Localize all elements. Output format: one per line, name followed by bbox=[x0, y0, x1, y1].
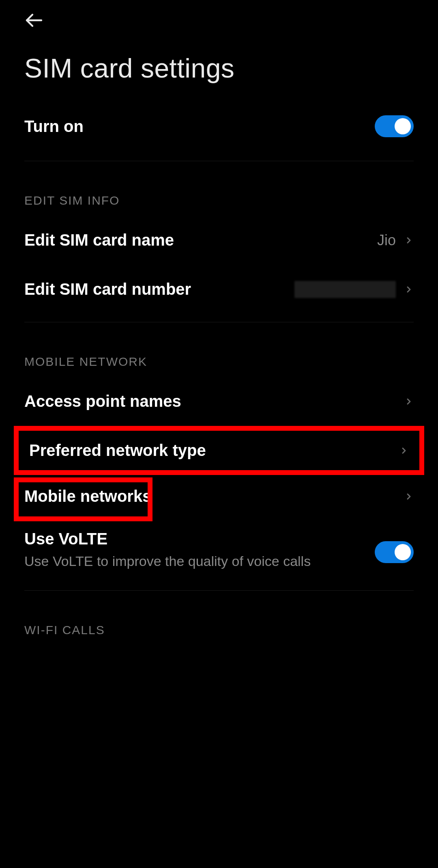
section-header-wifi-calls: WI-FI CALLS bbox=[0, 599, 438, 645]
apn-label: Access point names bbox=[24, 392, 404, 410]
section-header-mobile-network: MOBILE NETWORK bbox=[0, 330, 438, 377]
edit-sim-name-label: Edit SIM card name bbox=[24, 231, 377, 249]
chevron-right-icon bbox=[404, 285, 414, 294]
divider bbox=[24, 322, 414, 322]
toggle-knob bbox=[395, 118, 411, 134]
chevron-right-icon bbox=[404, 397, 414, 406]
edit-sim-number-label: Edit SIM card number bbox=[24, 280, 294, 298]
access-point-names-row[interactable]: Access point names bbox=[0, 377, 438, 426]
toggle-knob bbox=[395, 544, 411, 560]
edit-sim-number-value-redacted bbox=[294, 281, 396, 298]
divider bbox=[24, 161, 414, 161]
use-volte-sub: Use VoLTE to improve the quality of voic… bbox=[24, 552, 359, 570]
turn-on-toggle[interactable] bbox=[375, 115, 414, 137]
turn-on-label: Turn on bbox=[24, 117, 375, 136]
preferred-network-type-row[interactable]: Preferred network type bbox=[24, 441, 414, 460]
back-arrow-icon bbox=[24, 11, 44, 30]
back-button[interactable] bbox=[24, 8, 49, 32]
use-volte-row[interactable]: Use VoLTE Use VoLTE to improve the quali… bbox=[0, 518, 438, 582]
edit-sim-number-row[interactable]: Edit SIM card number bbox=[0, 265, 438, 314]
chevron-right-icon bbox=[404, 492, 414, 501]
chevron-right-icon bbox=[404, 235, 414, 245]
edit-sim-name-row[interactable]: Edit SIM card name Jio bbox=[0, 216, 438, 265]
use-volte-label: Use VoLTE bbox=[24, 530, 359, 548]
highlight-preferred-network: Preferred network type bbox=[14, 426, 424, 475]
turn-on-row[interactable]: Turn on bbox=[0, 100, 438, 153]
use-volte-toggle[interactable] bbox=[375, 541, 414, 563]
mobile-networks-row[interactable]: Mobile networks bbox=[0, 475, 438, 518]
preferred-network-label: Preferred network type bbox=[29, 441, 399, 460]
chevron-right-icon bbox=[399, 446, 409, 456]
page-title: SIM card settings bbox=[0, 32, 438, 100]
divider bbox=[24, 590, 414, 591]
mobile-networks-label: Mobile networks bbox=[24, 487, 404, 505]
section-header-edit-sim: EDIT SIM INFO bbox=[0, 169, 438, 216]
edit-sim-name-value: Jio bbox=[377, 232, 396, 249]
